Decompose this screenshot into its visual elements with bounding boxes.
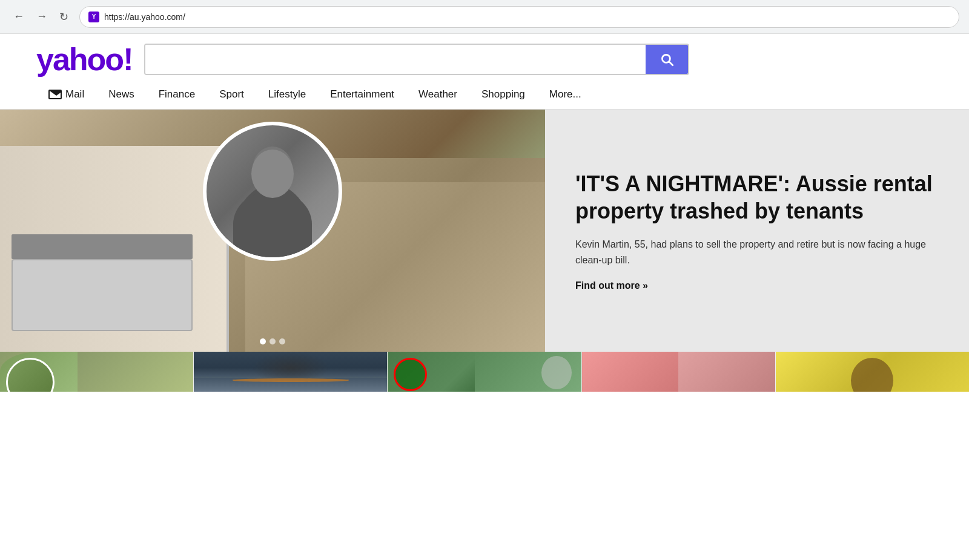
back-button[interactable]: ← (10, 8, 28, 25)
news-card-2[interactable]: Ukraine's 'critical' move against Russia (194, 352, 388, 392)
search-input[interactable] (145, 45, 646, 74)
news-cards: Robert Irwin's surprising confession: 'F… (0, 352, 969, 392)
nav-item-lifestyle[interactable]: Lifestyle (256, 80, 318, 109)
nav-item-sport[interactable]: Sport (207, 80, 256, 109)
nav-buttons: ← → ↻ (10, 8, 72, 26)
hero-background (0, 110, 545, 352)
news-card-1-image (0, 352, 193, 392)
news-card-3[interactable]: 'HORRIBLE': Tennis world hits out over u… (388, 352, 581, 392)
address-bar[interactable]: Y https://au.yahoo.com/ (79, 6, 959, 28)
nav-item-entertainment[interactable]: Entertainment (318, 80, 406, 109)
news-card-4[interactable]: The Block fans divided over 'horrible' b… (582, 352, 776, 392)
nav-item-shopping[interactable]: Shopping (469, 80, 537, 109)
browser-chrome: ← → ↻ Y https://au.yahoo.com/ (0, 0, 969, 34)
nav-news-label: News (108, 88, 134, 100)
search-icon (659, 51, 675, 67)
nav-lifestyle-label: Lifestyle (268, 88, 306, 100)
hero-image[interactable] (0, 110, 545, 352)
news-card-5-image (776, 352, 969, 392)
news-card-5[interactable]: Mum's shocking act after 'murdering' dau… (776, 352, 969, 392)
nav-sport-label: Sport (219, 88, 244, 100)
nav-finance-label: Finance (159, 88, 195, 100)
news-card-4-image (582, 352, 775, 392)
url-text: https://au.yahoo.com/ (104, 12, 185, 22)
reload-button[interactable]: ↻ (56, 8, 72, 26)
hero-section: 'IT'S A NIGHTMARE': Aussie rental proper… (0, 110, 969, 352)
yahoo-page: yahoo! Mail News Finance Sport L (0, 34, 969, 392)
nav-more-label: More... (549, 88, 581, 100)
nav-item-more[interactable]: More... (537, 80, 594, 109)
hero-subtext: Kevin Martin, 55, had plans to sell the … (575, 237, 939, 268)
hero-headline: 'IT'S A NIGHTMARE': Aussie rental proper… (575, 170, 939, 225)
hero-dot-1[interactable] (260, 338, 266, 344)
yahoo-logo[interactable]: yahoo! (36, 44, 132, 75)
hero-dot-3[interactable] (279, 338, 285, 344)
hero-find-out-more-link[interactable]: Find out more » (575, 280, 939, 291)
nav-item-finance[interactable]: Finance (147, 80, 207, 109)
nav-item-news[interactable]: News (96, 80, 147, 109)
site-favicon: Y (88, 12, 99, 22)
nav-mail-label: Mail (65, 88, 84, 100)
main-nav: Mail News Finance Sport Lifestyle Entert… (0, 80, 969, 110)
page-header: yahoo! (0, 34, 969, 75)
nav-item-mail[interactable]: Mail (36, 80, 96, 109)
card-1-portrait (6, 358, 55, 392)
news-card-2-image (194, 352, 387, 392)
hero-dot-2[interactable] (270, 338, 276, 344)
news-card-3-image (388, 352, 581, 392)
hero-text-panel: 'IT'S A NIGHTMARE': Aussie rental proper… (545, 110, 969, 352)
search-button[interactable] (646, 45, 688, 74)
nav-entertainment-label: Entertainment (330, 88, 394, 100)
hero-dots (260, 338, 285, 344)
forward-button[interactable]: → (33, 8, 51, 25)
nav-shopping-label: Shopping (481, 88, 525, 100)
search-bar (144, 44, 689, 75)
hero-portrait (203, 122, 342, 261)
nav-weather-label: Weather (418, 88, 457, 100)
news-card-1[interactable]: Robert Irwin's surprising confession: 'F… (0, 352, 194, 392)
nav-item-weather[interactable]: Weather (406, 80, 469, 109)
